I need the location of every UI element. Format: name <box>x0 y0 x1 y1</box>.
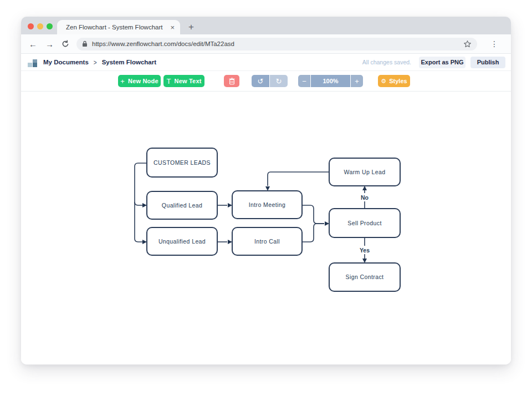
app-header: My Documents > System Flowchart All chan… <box>21 54 511 71</box>
styles-button[interactable]: ⚙ Styles <box>378 75 410 87</box>
edge-label: No <box>361 194 369 201</box>
flow-node-intro-meeting[interactable]: Intro Meeting <box>232 191 302 219</box>
node-label: Warm Up Lead <box>344 169 385 175</box>
node-label: Sign Contract <box>346 274 384 280</box>
browser-menu-icon[interactable]: ⋮ <box>490 39 498 48</box>
flow-edge <box>268 172 329 186</box>
new-text-button[interactable]: T New Text <box>163 75 204 87</box>
gear-icon: ⚙ <box>381 78 386 85</box>
url-bar[interactable]: https://www.zenflowchart.com/docs/edit/M… <box>76 38 477 50</box>
flow-node-sign-contract[interactable]: Sign Contract <box>329 263 400 291</box>
flow-arrowhead <box>228 240 232 244</box>
editor-toolbar: + New Node T New Text ↺ ↻ − 100% + ⚙ <box>21 71 511 92</box>
tab-title: Zen Flowchart - System Flowchart <box>66 24 166 31</box>
bookmark-star-icon[interactable] <box>463 40 472 48</box>
flow-node-unqualified-lead[interactable]: Unqualified Lead <box>147 227 217 255</box>
node-label: Qualified Lead <box>162 202 202 209</box>
undo-button[interactable]: ↺ <box>252 75 269 87</box>
flow-node-sell-product[interactable]: Sell Product <box>329 209 400 237</box>
flow-arrowhead <box>142 203 147 207</box>
new-tab-icon[interactable]: + <box>188 20 194 34</box>
tab-close-icon[interactable]: × <box>170 24 175 31</box>
flowchart-svg: CUSTOMER LEADSQualified LeadUnqualified … <box>21 92 511 365</box>
flow-arrowhead <box>265 186 270 191</box>
new-node-button[interactable]: + New Node <box>118 75 161 87</box>
document-title[interactable]: System Flowchart <box>102 59 156 65</box>
zoom-out-button[interactable]: − <box>298 75 310 87</box>
flow-arrowhead <box>325 221 329 226</box>
node-label: Unqualified Lead <box>158 238 206 245</box>
flow-edge <box>302 224 324 242</box>
flowchart-canvas[interactable]: CUSTOMER LEADSQualified LeadUnqualified … <box>21 92 511 365</box>
flow-edge <box>302 205 324 224</box>
window-controls <box>28 23 53 29</box>
delete-button[interactable] <box>224 75 239 87</box>
flow-arrowhead <box>228 203 232 207</box>
browser-navbar: ← → https://www.zenflowchart.com/docs/ed… <box>21 34 511 54</box>
lock-icon <box>82 41 88 47</box>
redo-button[interactable]: ↻ <box>270 75 288 87</box>
trash-icon <box>229 78 235 85</box>
back-icon[interactable]: ← <box>29 40 37 48</box>
node-label: Intro Meeting <box>249 201 285 208</box>
node-label: Sell Product <box>347 220 381 226</box>
minimize-window-button[interactable] <box>37 23 43 29</box>
zoom-level: 100% <box>311 75 350 87</box>
breadcrumb-chevron-icon: > <box>94 58 97 65</box>
flow-node-intro-call[interactable]: Intro Call <box>232 227 302 255</box>
publish-button[interactable]: Publish <box>470 57 505 68</box>
close-window-button[interactable] <box>28 23 34 29</box>
tab-bar: Zen Flowchart - System Flowchart × + <box>21 17 511 34</box>
zoom-controls: − 100% + <box>298 75 363 87</box>
flow-edge <box>135 163 147 242</box>
save-status: All changes saved. <box>362 59 411 65</box>
browser-tab[interactable]: Zen Flowchart - System Flowchart × <box>57 20 180 34</box>
export-png-button[interactable]: Export as PNG <box>419 57 466 68</box>
flow-node-customer-leads[interactable]: CUSTOMER LEADS <box>147 148 217 177</box>
browser-window: Zen Flowchart - System Flowchart × + ← →… <box>21 17 511 365</box>
zenflowchart-logo-icon <box>28 58 38 67</box>
flow-arrowhead <box>142 240 147 244</box>
history-controls: ↺ ↻ <box>252 75 288 87</box>
edge-label: Yes <box>360 247 370 254</box>
flow-edge <box>135 202 142 205</box>
node-label: CUSTOMER LEADS <box>154 159 211 166</box>
flow-arrowhead <box>362 186 367 190</box>
text-tool-icon: T <box>166 77 171 85</box>
zoom-in-button[interactable]: + <box>351 75 363 87</box>
plus-icon: + <box>120 77 125 85</box>
breadcrumb-my-documents[interactable]: My Documents <box>43 59 89 65</box>
maximize-window-button[interactable] <box>47 23 53 29</box>
forward-icon[interactable]: → <box>45 40 54 48</box>
node-label: Intro Call <box>254 238 280 245</box>
flow-arrowhead <box>362 259 367 263</box>
reload-icon[interactable] <box>62 40 69 48</box>
url-text: https://www.zenflowchart.com/docs/edit/M… <box>92 41 463 47</box>
flow-node-qualified-lead[interactable]: Qualified Lead <box>147 191 217 219</box>
flow-node-warm-up-lead[interactable]: Warm Up Lead <box>329 158 400 186</box>
